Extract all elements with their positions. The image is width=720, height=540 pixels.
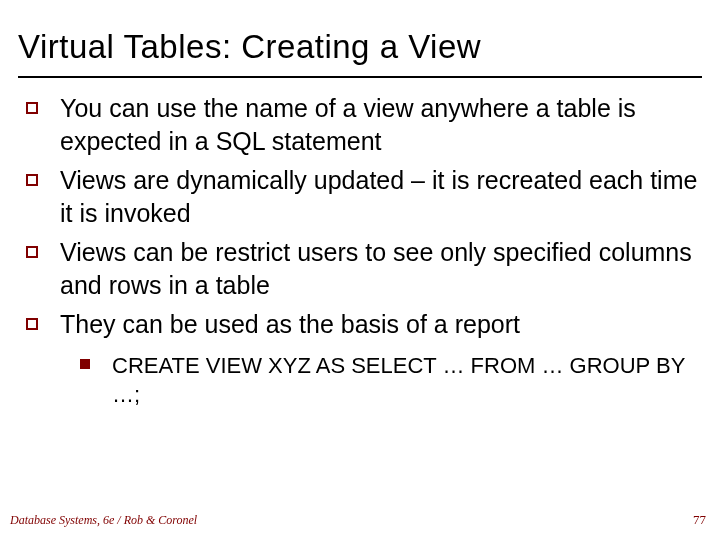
bullet-item: Views are dynamically updated – it is re…	[26, 164, 698, 230]
sub-bullet-text: CREATE VIEW XYZ AS SELECT … FROM … GROUP…	[112, 351, 702, 409]
slide-title: Virtual Tables: Creating a View	[18, 28, 702, 66]
footer-source: Database Systems, 6e / Rob & Coronel	[10, 513, 197, 528]
square-bullet-icon	[26, 174, 38, 186]
square-bullet-icon	[26, 318, 38, 330]
bullet-text: You can use the name of a view anywhere …	[60, 92, 698, 158]
sub-bullet-item: CREATE VIEW XYZ AS SELECT … FROM … GROUP…	[80, 351, 702, 409]
bullet-text: They can be used as the basis of a repor…	[60, 308, 520, 341]
title-rule	[18, 76, 702, 78]
bullet-text: Views are dynamically updated – it is re…	[60, 164, 698, 230]
bullet-item: You can use the name of a view anywhere …	[26, 92, 698, 158]
slide: Virtual Tables: Creating a View You can …	[0, 0, 720, 540]
bullet-item: They can be used as the basis of a repor…	[26, 308, 698, 341]
filled-square-bullet-icon	[80, 359, 90, 369]
square-bullet-icon	[26, 102, 38, 114]
square-bullet-icon	[26, 246, 38, 258]
footer-page-number: 77	[693, 512, 706, 528]
sub-bullet-list: CREATE VIEW XYZ AS SELECT … FROM … GROUP…	[80, 351, 702, 409]
bullet-item: Views can be restrict users to see only …	[26, 236, 698, 302]
bullet-list: You can use the name of a view anywhere …	[18, 92, 702, 341]
bullet-text: Views can be restrict users to see only …	[60, 236, 698, 302]
